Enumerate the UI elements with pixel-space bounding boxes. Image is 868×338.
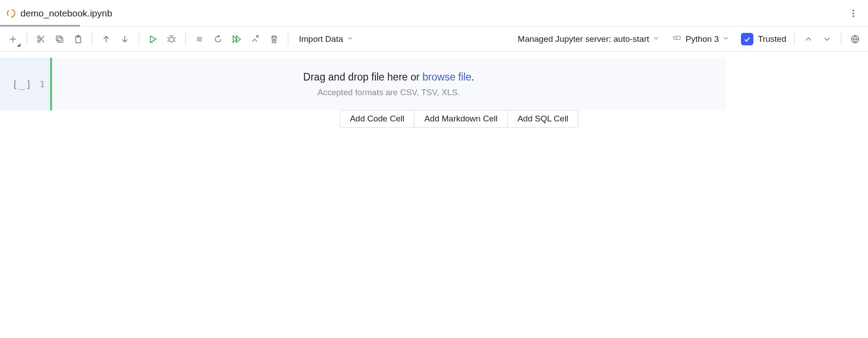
dropzone-accepted-formats: Accepted formats are CSV, TSV, XLS. — [318, 88, 460, 97]
kernel-label: Python 3 — [685, 34, 719, 44]
file-dropzone[interactable]: Drag and drop file here or browse file. … — [50, 58, 725, 110]
run-all-button[interactable] — [228, 31, 245, 48]
delete-cell-button[interactable] — [266, 31, 283, 48]
add-markdown-cell-button[interactable]: Add Markdown Cell — [414, 110, 508, 127]
copy-button[interactable] — [51, 31, 68, 48]
jupyter-file-icon — [6, 8, 16, 18]
file-tab[interactable]: demo_notebook.ipynb — [0, 0, 135, 26]
check-icon — [741, 33, 753, 45]
chevron-down-icon — [653, 34, 660, 44]
expand-down-button[interactable] — [819, 31, 836, 48]
gutter: [_] 1 — [0, 52, 50, 128]
tab-filename: demo_notebook.ipynb — [20, 8, 112, 19]
line-number: 1 — [40, 79, 45, 89]
restart-kernel-button[interactable] — [210, 31, 227, 48]
import-data-button[interactable]: Import Data — [294, 31, 359, 48]
dropzone-prompt-prefix: Drag and drop file here or — [303, 71, 423, 83]
cut-button[interactable] — [32, 31, 49, 48]
add-sql-cell-button[interactable]: Add SQL Cell — [508, 110, 578, 127]
separator — [139, 33, 139, 45]
svg-rect-7 — [56, 36, 61, 40]
add-code-cell-button[interactable]: Add Code Cell — [340, 110, 415, 127]
jupyter-server-selector[interactable]: Managed Jupyter server: auto-start — [513, 31, 665, 48]
separator — [288, 33, 288, 45]
execution-count: [_] — [12, 79, 32, 90]
dropzone-prompt-suffix: . — [471, 71, 474, 83]
dropzone-prompt: Drag and drop file here or browse file. — [303, 71, 474, 83]
svg-point-2 — [853, 12, 854, 13]
svg-point-1 — [853, 10, 854, 11]
python-icon — [672, 33, 682, 45]
chevron-down-icon — [722, 34, 729, 44]
move-cell-up-button[interactable] — [98, 31, 115, 48]
svg-point-10 — [169, 37, 174, 42]
interrupt-button[interactable] — [191, 31, 208, 48]
chevron-down-icon — [346, 34, 354, 44]
notebook-content: [_] 1 Drag and drop file here or browse … — [0, 52, 868, 128]
more-menu-button[interactable] — [845, 5, 862, 22]
import-data-label: Import Data — [299, 34, 343, 44]
cell-gutter-row[interactable]: [_] 1 — [0, 58, 50, 110]
separator — [27, 33, 27, 45]
tab-bar: demo_notebook.ipynb — [0, 0, 868, 27]
separator — [841, 33, 841, 45]
browse-file-link[interactable]: browse file — [422, 71, 471, 83]
notebook-toolbar: Import Data Managed Jupyter server: auto… — [0, 27, 868, 52]
svg-rect-11 — [197, 36, 202, 41]
cell-area: Drag and drop file here or browse file. … — [50, 52, 868, 128]
close-tab-button[interactable] — [117, 8, 128, 19]
collapse-up-button[interactable] — [800, 31, 817, 48]
add-cell-button[interactable] — [4, 31, 21, 48]
paste-button[interactable] — [70, 31, 87, 48]
kernel-selector[interactable]: Python 3 — [667, 31, 735, 48]
add-cell-toolbar: Add Code Cell Add Markdown Cell Add SQL … — [340, 110, 579, 128]
trusted-label: Trusted — [758, 34, 786, 44]
globe-button[interactable] — [847, 31, 864, 48]
separator — [185, 33, 186, 45]
trusted-indicator[interactable]: Trusted — [741, 33, 789, 45]
debug-button[interactable] — [163, 31, 180, 48]
clear-outputs-button[interactable] — [247, 31, 264, 48]
separator — [794, 33, 795, 45]
run-cell-button[interactable] — [144, 31, 161, 48]
svg-point-3 — [853, 16, 854, 16]
move-cell-down-button[interactable] — [116, 31, 133, 48]
svg-rect-6 — [58, 37, 63, 42]
tab-active-indicator — [0, 25, 80, 27]
svg-point-0 — [8, 9, 15, 17]
jupyter-server-label: Managed Jupyter server: auto-start — [518, 34, 649, 44]
separator — [92, 33, 92, 45]
